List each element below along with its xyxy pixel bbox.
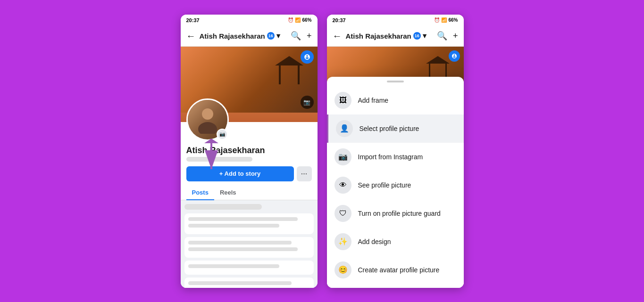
dropdown-label-see-profile-picture: See profile picture — [358, 181, 411, 189]
nav-icons-left: 🔍 + — [291, 31, 312, 41]
more-button-left[interactable]: ··· — [297, 166, 312, 181]
dropdown-item-create-avatar[interactable]: 😊Create avatar profile picture — [327, 256, 464, 284]
gazebo-post-right — [298, 65, 300, 84]
post-line-1 — [188, 217, 298, 221]
post-item-2 — [184, 237, 314, 258]
battery-right: 66% — [448, 17, 458, 23]
post-item-4 — [184, 278, 314, 288]
gazebo-roof — [275, 56, 303, 65]
plus-icon-left[interactable]: + — [307, 31, 312, 41]
post-item-1 — [184, 213, 314, 234]
signal-icon: 📶 — [295, 17, 301, 23]
cover-camera-button-left[interactable]: 📷 — [301, 96, 314, 109]
cover-avatar-button-right[interactable] — [449, 50, 460, 62]
dropdown-item-add-frame[interactable]: 🖼Add frame — [327, 86, 464, 114]
post-line-4 — [188, 247, 298, 251]
post-line-3 — [188, 241, 292, 245]
profile-pic-wrapper-left: 📷 — [186, 98, 229, 141]
nav-badge-left: 16 — [267, 32, 275, 40]
svg-marker-4 — [204, 139, 218, 143]
post-item-3 — [184, 261, 314, 275]
dropdown-item-add-design[interactable]: ✨Add design — [327, 228, 464, 256]
dropdown-item-turn-on-guard[interactable]: 🛡Turn on profile picture guard — [327, 199, 464, 228]
dropdown-label-turn-on-guard: Turn on profile picture guard — [358, 210, 441, 217]
back-button-right[interactable]: ← — [333, 31, 342, 41]
tabs-left: Posts Reels — [181, 185, 318, 200]
search-icon-left[interactable]: 🔍 — [291, 31, 301, 41]
right-phone-content: 📷 📷 Atish Rajasekharan — [327, 47, 464, 288]
dropdown-sheet: 🖼Add frame👤Select profile picture📷Import… — [327, 77, 464, 288]
nav-title-left: Atish Rajasekharan 16 ▾ — [200, 32, 287, 40]
dropdown-label-import-instagram: Import from Instagram — [358, 153, 423, 161]
dropdown-label-add-frame: Add frame — [358, 97, 389, 104]
dropdown-icon-add-design: ✨ — [335, 233, 351, 250]
purple-arrow — [197, 139, 226, 178]
nav-icons-right: 🔍 + — [437, 31, 458, 41]
tab-reels[interactable]: Reels — [214, 185, 242, 200]
search-icon-right[interactable]: 🔍 — [437, 31, 447, 41]
nav-bar-left: ← Atish Rajasekharan 16 ▾ 🔍 + — [181, 26, 318, 47]
dropdown-icon-add-frame: 🖼 — [335, 92, 351, 109]
svg-point-0 — [202, 108, 213, 120]
dropdown-item-import-instagram[interactable]: 📷Import from Instagram — [327, 143, 464, 171]
dropdown-icon-create-avatar: 😊 — [335, 261, 351, 278]
alarm-icon: ⏰ — [288, 17, 293, 23]
signal-icon-right: 📶 — [441, 17, 447, 23]
tab-posts[interactable]: Posts — [186, 185, 214, 200]
post-line-5 — [188, 264, 280, 268]
dropdown-icon-turn-on-guard: 🛡 — [335, 205, 351, 222]
gazebo-right — [426, 56, 450, 64]
svg-point-1 — [198, 122, 217, 134]
plus-icon-right[interactable]: + — [453, 31, 458, 41]
nav-title-right: Atish Rajasekharan 16 ▾ — [346, 32, 433, 40]
cover-avatar-button-left[interactable] — [301, 50, 314, 64]
gazebo-decoration — [275, 56, 303, 65]
dropdown-icon-select-profile-picture: 👤 — [336, 120, 353, 137]
gazebo-post-left — [279, 65, 281, 84]
dropdown-items-container: 🖼Add frame👤Select profile picture📷Import… — [327, 86, 464, 284]
status-bar-right: 20:37 ⏰ 📶 66% — [327, 15, 464, 26]
dropdown-label-create-avatar: Create avatar profile picture — [358, 266, 440, 274]
dropdown-item-see-profile-picture[interactable]: 👁See profile picture — [327, 171, 464, 199]
post-line-2 — [188, 224, 280, 228]
alarm-icon-right: ⏰ — [434, 17, 440, 23]
right-phone: 20:37 ⏰ 📶 66% ← Atish Rajasekharan 16 ▾ … — [327, 15, 464, 288]
dropdown-handle — [387, 81, 404, 82]
dropdown-label-select-profile-picture: Select profile picture — [360, 125, 419, 132]
cover-area-left: 📷 📷 — [181, 47, 318, 122]
dropdown-icon-import-instagram: 📷 — [335, 148, 351, 165]
time-right: 20:37 — [333, 17, 346, 23]
battery-left: 66% — [302, 17, 311, 23]
dropdown-item-select-profile-picture[interactable]: 👤Select profile picture — [327, 114, 464, 143]
left-phone: 20:37 ⏰ 📶 66% ← Atish Rajasekharan 16 ▾ … — [181, 15, 318, 288]
post-line-6 — [188, 281, 292, 285]
posts-area-left — [181, 200, 318, 288]
status-bar-left: 20:37 ⏰ 📶 66% — [181, 15, 318, 26]
dropdown-label-add-design: Add design — [358, 238, 391, 245]
status-icons-right: ⏰ 📶 66% — [434, 17, 458, 23]
nav-bar-right: ← Atish Rajasekharan 16 ▾ 🔍 + — [327, 26, 464, 47]
time-left: 20:37 — [186, 17, 200, 23]
status-icons-left: ⏰ 📶 66% — [288, 17, 311, 23]
nav-badge-right: 16 — [413, 32, 421, 40]
arrow-svg — [197, 139, 226, 176]
back-button-left[interactable]: ← — [186, 31, 196, 41]
dropdown-icon-see-profile-picture: 👁 — [335, 177, 351, 194]
dropdown-chevron-left[interactable]: ▾ — [276, 32, 280, 40]
post-placeholder-1 — [184, 204, 262, 210]
dropdown-chevron-right[interactable]: ▾ — [423, 32, 427, 40]
